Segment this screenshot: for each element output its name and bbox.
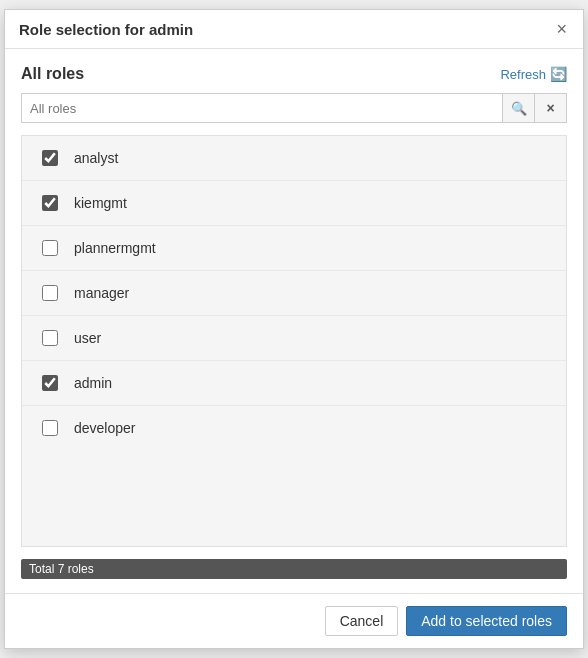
role-checkbox-user[interactable] (42, 330, 58, 346)
search-button[interactable]: 🔍 (503, 93, 535, 123)
search-row: 🔍 × (21, 93, 567, 123)
role-name: kiemgmt (74, 195, 127, 211)
list-item: plannermgmt (22, 226, 566, 271)
cancel-button[interactable]: Cancel (325, 606, 399, 636)
refresh-icon: 🔄 (550, 66, 567, 82)
search-input[interactable] (21, 93, 503, 123)
total-badge: Total 7 roles (21, 559, 567, 579)
refresh-label: Refresh (500, 67, 546, 82)
role-name: user (74, 330, 101, 346)
refresh-link[interactable]: Refresh 🔄 (500, 66, 567, 82)
list-item: admin (22, 361, 566, 406)
role-checkbox-developer[interactable] (42, 420, 58, 436)
role-name: manager (74, 285, 129, 301)
list-item: kiemgmt (22, 181, 566, 226)
role-name: analyst (74, 150, 118, 166)
section-title: All roles (21, 65, 84, 83)
list-item: manager (22, 271, 566, 316)
add-to-selected-roles-button[interactable]: Add to selected roles (406, 606, 567, 636)
section-header: All roles Refresh 🔄 (21, 65, 567, 83)
role-name: admin (74, 375, 112, 391)
dialog-footer: Cancel Add to selected roles (5, 593, 583, 648)
list-item: user (22, 316, 566, 361)
search-icon: 🔍 (511, 101, 527, 116)
close-button[interactable]: × (554, 20, 569, 38)
clear-icon: × (546, 100, 554, 116)
dialog-title: Role selection for admin (19, 21, 193, 38)
list-item: analyst (22, 136, 566, 181)
role-name: plannermgmt (74, 240, 156, 256)
role-selection-dialog: Role selection for admin × All roles Ref… (4, 9, 584, 649)
role-name: developer (74, 420, 136, 436)
list-item: developer (22, 406, 566, 450)
clear-search-button[interactable]: × (535, 93, 567, 123)
role-checkbox-analyst[interactable] (42, 150, 58, 166)
role-checkbox-plannermgmt[interactable] (42, 240, 58, 256)
roles-list: analystkiemgmtplannermgmtmanageruseradmi… (21, 135, 567, 547)
dialog-header: Role selection for admin × (5, 10, 583, 49)
role-checkbox-kiemgmt[interactable] (42, 195, 58, 211)
role-checkbox-admin[interactable] (42, 375, 58, 391)
dialog-body: All roles Refresh 🔄 🔍 × analystkiemgmtpl… (5, 49, 583, 593)
role-checkbox-manager[interactable] (42, 285, 58, 301)
